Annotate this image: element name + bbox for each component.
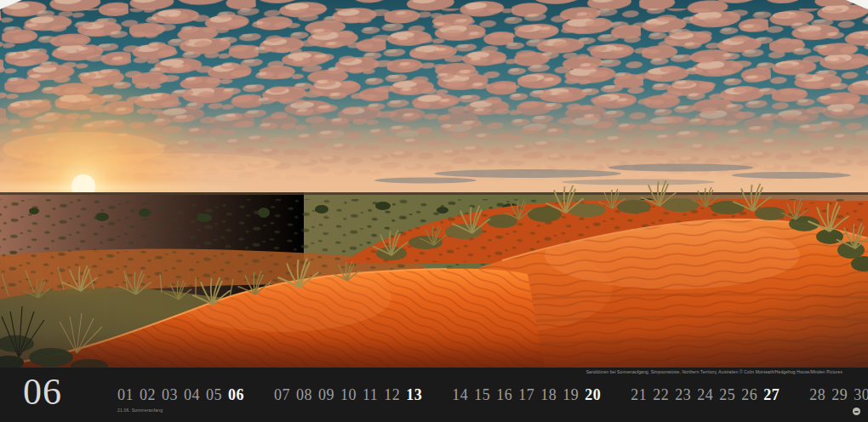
calendar-day-19: 19 <box>562 386 579 404</box>
week-group-5: 282930 <box>809 386 868 404</box>
season-note: 21.06. Sommeranfang <box>117 408 163 413</box>
calendar-day-27: 27 <box>763 386 779 404</box>
week-group-1: 010203040506 <box>117 386 244 404</box>
calendar-day-18: 18 <box>540 386 557 404</box>
calendar-day-06: 06 <box>228 386 244 404</box>
calendar-day-04: 04 <box>184 386 200 404</box>
calendar-day-26: 26 <box>741 386 757 404</box>
week-group-4: 21222324252627 <box>631 386 779 404</box>
calendar-day-16: 16 <box>496 386 512 404</box>
month-number: 06 <box>23 374 62 411</box>
publisher-logo-icon <box>853 408 860 415</box>
calendar-day-01: 01 <box>117 386 134 404</box>
calendar-day-07: 07 <box>274 386 290 404</box>
week-group-3: 14151617181920 <box>452 386 601 404</box>
calendar-day-22: 22 <box>653 386 669 404</box>
calendar-day-17: 17 <box>518 386 534 404</box>
calendar-day-12: 12 <box>384 386 400 404</box>
calendar-day-21: 21 <box>631 386 647 404</box>
calendar-day-08: 08 <box>296 386 312 404</box>
photo-june-desert <box>0 0 868 368</box>
photo-caption: Sanddünen bei Sonnenaufgang, Simpsonwüst… <box>586 369 842 374</box>
calendar-day-30: 30 <box>854 386 868 404</box>
calendar-day-09: 09 <box>318 386 334 404</box>
calendar-day-25: 25 <box>719 386 735 404</box>
calendar-day-24: 24 <box>697 386 713 404</box>
calendar-day-14: 14 <box>452 386 468 404</box>
calendar-day-03: 03 <box>162 386 178 404</box>
calendar-page: 06 0102030405060708091011121314151617181… <box>0 0 868 422</box>
calendar-day-28: 28 <box>809 386 825 404</box>
calendar-bar: 06 0102030405060708091011121314151617181… <box>0 368 868 422</box>
calendar-day-23: 23 <box>675 386 691 404</box>
date-row: 0102030405060708091011121314151617181920… <box>117 368 868 422</box>
calendar-day-11: 11 <box>363 386 378 404</box>
publisher-logo-mark <box>854 411 859 413</box>
calendar-day-20: 20 <box>585 386 601 404</box>
calendar-day-15: 15 <box>474 386 490 404</box>
week-group-2: 07080910111213 <box>274 386 422 404</box>
vignette <box>0 0 868 368</box>
calendar-day-13: 13 <box>406 386 422 404</box>
calendar-day-05: 05 <box>206 386 222 404</box>
calendar-day-02: 02 <box>140 386 156 404</box>
calendar-day-10: 10 <box>340 386 357 404</box>
calendar-day-29: 29 <box>831 386 848 404</box>
